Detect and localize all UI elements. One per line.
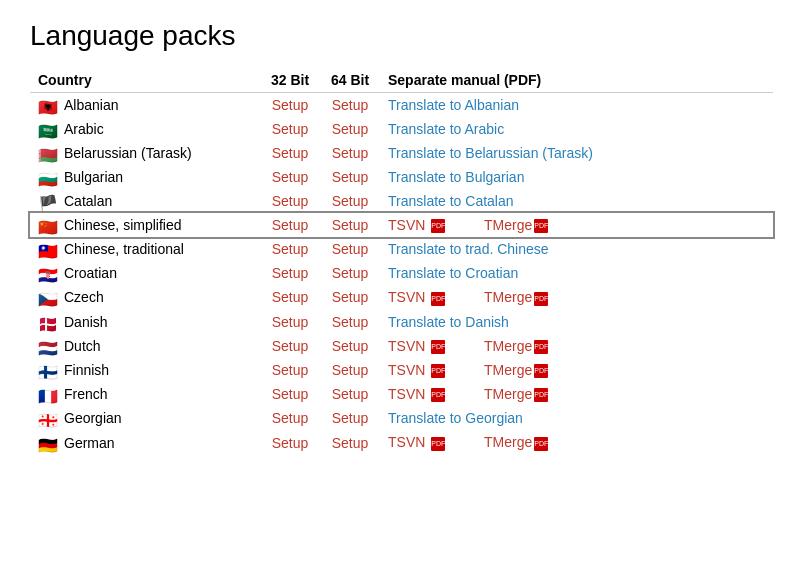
- setup-32bit-link[interactable]: Setup: [272, 338, 309, 354]
- tsvn-link[interactable]: TSVN: [388, 386, 425, 402]
- setup-32bit-link[interactable]: Setup: [272, 121, 309, 137]
- setup-32bit-link[interactable]: Setup: [272, 314, 309, 330]
- table-row: 🇧🇬BulgarianSetupSetupTranslate to Bulgar…: [30, 165, 773, 189]
- tmerge-link[interactable]: TMerge: [484, 217, 532, 233]
- setup-32bit-link[interactable]: Setup: [272, 362, 309, 378]
- setup-32bit-link[interactable]: Setup: [272, 169, 309, 185]
- country-name: Belarussian (Tarask): [64, 145, 192, 161]
- flag-icon: 🇸🇦: [38, 122, 58, 136]
- country-name: Czech: [64, 289, 104, 305]
- tsvn-link[interactable]: TSVN: [388, 289, 425, 305]
- flag-icon: 🇨🇿: [38, 290, 58, 304]
- pdf-icon: PDF: [431, 340, 445, 354]
- flag-icon: 🇩🇰: [38, 315, 58, 329]
- flag-icon: 🇹🇼: [38, 242, 58, 256]
- country-name: Bulgarian: [64, 169, 123, 185]
- pdf-icon: PDF: [534, 364, 548, 378]
- translate-link[interactable]: Translate to Belarussian (Tarask): [388, 145, 593, 161]
- tmerge-link[interactable]: TMerge: [484, 386, 532, 402]
- setup-64bit-link[interactable]: Setup: [332, 265, 369, 281]
- setup-64bit-link[interactable]: Setup: [332, 169, 369, 185]
- setup-32bit-link[interactable]: Setup: [272, 97, 309, 113]
- setup-32bit-link[interactable]: Setup: [272, 410, 309, 426]
- flag-icon: 🇳🇱: [38, 339, 58, 353]
- flag-icon: 🇫🇷: [38, 387, 58, 401]
- header-32bit: 32 Bit: [260, 68, 320, 93]
- table-row: 🇳🇱DutchSetupSetupTSVNPDF TMergePDF: [30, 334, 773, 358]
- setup-64bit-link[interactable]: Setup: [332, 338, 369, 354]
- translate-link[interactable]: Translate to Georgian: [388, 410, 523, 426]
- header-64bit: 64 Bit: [320, 68, 380, 93]
- country-name: Danish: [64, 314, 108, 330]
- pdf-icon: PDF: [431, 364, 445, 378]
- flag-icon: 🇩🇪: [38, 436, 58, 450]
- translate-link[interactable]: Translate to Catalan: [388, 193, 514, 209]
- setup-64bit-link[interactable]: Setup: [332, 386, 369, 402]
- table-row: 🇦🇱AlbanianSetupSetupTranslate to Albania…: [30, 93, 773, 118]
- setup-32bit-link[interactable]: Setup: [272, 435, 309, 451]
- tmerge-link[interactable]: TMerge: [484, 362, 532, 378]
- table-row: 🇩🇪GermanSetupSetupTSVNPDF TMergePDF: [30, 430, 773, 454]
- setup-64bit-link[interactable]: Setup: [332, 314, 369, 330]
- header-manual: Separate manual (PDF): [380, 68, 773, 93]
- flag-icon: 🇫🇮: [38, 363, 58, 377]
- country-name: Dutch: [64, 338, 101, 354]
- pdf-icon: PDF: [534, 437, 548, 451]
- tsvn-link[interactable]: TSVN: [388, 362, 425, 378]
- tsvn-link[interactable]: TSVN: [388, 434, 425, 450]
- setup-64bit-link[interactable]: Setup: [332, 362, 369, 378]
- flag-icon: 🇬🇪: [38, 411, 58, 425]
- translate-link[interactable]: Translate to Croatian: [388, 265, 518, 281]
- setup-64bit-link[interactable]: Setup: [332, 241, 369, 257]
- tsvn-link[interactable]: TSVN: [388, 217, 425, 233]
- translate-link[interactable]: Translate to trad. Chinese: [388, 241, 549, 257]
- flag-icon: 🇦🇱: [38, 98, 58, 112]
- pdf-icon: PDF: [431, 219, 445, 233]
- pdf-icon: PDF: [534, 292, 548, 306]
- pdf-icon: PDF: [534, 340, 548, 354]
- setup-32bit-link[interactable]: Setup: [272, 193, 309, 209]
- country-name: Albanian: [64, 97, 119, 113]
- country-name: French: [64, 386, 108, 402]
- setup-32bit-link[interactable]: Setup: [272, 386, 309, 402]
- pdf-icon: PDF: [431, 292, 445, 306]
- table-row: 🇫🇮FinnishSetupSetupTSVNPDF TMergePDF: [30, 358, 773, 382]
- setup-32bit-link[interactable]: Setup: [272, 217, 309, 233]
- setup-64bit-link[interactable]: Setup: [332, 435, 369, 451]
- tmerge-link[interactable]: TMerge: [484, 338, 532, 354]
- translate-link[interactable]: Translate to Albanian: [388, 97, 519, 113]
- flag-icon: 🇨🇳: [38, 218, 58, 232]
- country-name: Georgian: [64, 410, 122, 426]
- table-row: 🇨🇳Chinese, simplifiedSetupSetupTSVNPDF T…: [30, 213, 773, 237]
- setup-32bit-link[interactable]: Setup: [272, 145, 309, 161]
- setup-64bit-link[interactable]: Setup: [332, 193, 369, 209]
- tmerge-link[interactable]: TMerge: [484, 434, 532, 450]
- setup-32bit-link[interactable]: Setup: [272, 241, 309, 257]
- table-row: 🇹🇼Chinese, traditionalSetupSetupTranslat…: [30, 237, 773, 261]
- setup-64bit-link[interactable]: Setup: [332, 97, 369, 113]
- country-name: Croatian: [64, 265, 117, 281]
- translate-link[interactable]: Translate to Bulgarian: [388, 169, 524, 185]
- setup-64bit-link[interactable]: Setup: [332, 145, 369, 161]
- translate-link[interactable]: Translate to Arabic: [388, 121, 504, 137]
- table-row: 🇬🇪GeorgianSetupSetupTranslate to Georgia…: [30, 406, 773, 430]
- translate-link[interactable]: Translate to Danish: [388, 314, 509, 330]
- table-row: 🇫🇷FrenchSetupSetupTSVNPDF TMergePDF: [30, 382, 773, 406]
- setup-32bit-link[interactable]: Setup: [272, 289, 309, 305]
- flag-icon: 🇧🇬: [38, 170, 58, 184]
- setup-32bit-link[interactable]: Setup: [272, 265, 309, 281]
- setup-64bit-link[interactable]: Setup: [332, 410, 369, 426]
- country-name: Chinese, traditional: [64, 241, 184, 257]
- table-row: 🏴CatalanSetupSetupTranslate to Catalan: [30, 189, 773, 213]
- pdf-icon: PDF: [534, 388, 548, 402]
- setup-64bit-link[interactable]: Setup: [332, 121, 369, 137]
- tsvn-link[interactable]: TSVN: [388, 338, 425, 354]
- page-title: Language packs: [30, 20, 773, 52]
- setup-64bit-link[interactable]: Setup: [332, 289, 369, 305]
- flag-icon: 🏴: [38, 194, 58, 208]
- tmerge-link[interactable]: TMerge: [484, 289, 532, 305]
- table-row: 🇭🇷CroatianSetupSetupTranslate to Croatia…: [30, 261, 773, 285]
- setup-64bit-link[interactable]: Setup: [332, 217, 369, 233]
- country-name: German: [64, 435, 115, 451]
- table-row: 🇩🇰DanishSetupSetupTranslate to Danish: [30, 310, 773, 334]
